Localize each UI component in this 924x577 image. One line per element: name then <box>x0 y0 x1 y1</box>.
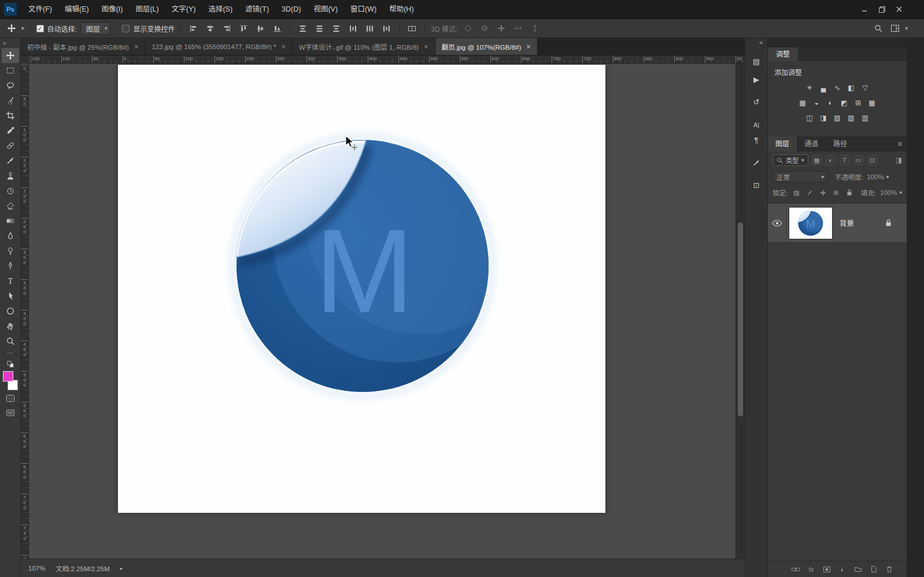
3d-orbit-button[interactable] <box>461 21 474 35</box>
distribute-horizontal-center-button[interactable] <box>363 21 376 35</box>
eyedropper-tool[interactable] <box>2 123 19 138</box>
filter-switch-icon[interactable]: ◨ <box>896 156 902 164</box>
pen-tool[interactable] <box>2 258 19 273</box>
default-colors-icon[interactable] <box>6 360 14 368</box>
brush-tool[interactable] <box>2 153 19 168</box>
align-right-button[interactable] <box>220 21 234 35</box>
3d-roll-button[interactable] <box>478 21 491 35</box>
search-icon[interactable] <box>871 21 885 35</box>
layer-thumbnail[interactable] <box>789 208 832 239</box>
menu-file[interactable]: 文件(F) <box>22 0 58 19</box>
zoom-tool[interactable] <box>2 334 19 349</box>
eraser-tool[interactable] <box>2 198 19 213</box>
filter-type-layers-icon[interactable]: T <box>840 155 850 165</box>
ruler-origin-corner[interactable] <box>21 56 29 64</box>
vertical-scrollbar[interactable] <box>735 64 745 558</box>
path-selection-tool[interactable] <box>2 288 19 304</box>
left-ruler[interactable]: 0501001502002503003504004505005506006507… <box>21 64 29 558</box>
history-panel-icon[interactable]: ↺ <box>748 95 764 109</box>
menu-help[interactable]: 帮助(H) <box>383 0 420 19</box>
align-center-horizontal-button[interactable] <box>204 21 217 35</box>
workspace-icon[interactable] <box>888 21 901 35</box>
show-transform-checkbox[interactable]: ✓ <box>122 25 130 32</box>
link-layers-icon[interactable] <box>791 565 800 574</box>
expand-panels-icon[interactable]: « <box>759 38 767 47</box>
channels-panel-tab[interactable]: 通道 <box>797 136 826 151</box>
adjustment-color-balance-button[interactable]: ◒ <box>811 97 823 109</box>
lock-position-icon[interactable] <box>818 188 827 197</box>
adjustment-photo-filter-button[interactable]: ◩ <box>838 97 851 109</box>
adjustment-black-white-button[interactable]: ◐ <box>825 97 837 109</box>
filter-shape-layers-icon[interactable]: ▭ <box>853 155 864 165</box>
adjustment-exposure-button[interactable]: ◧ <box>845 82 858 94</box>
adjustment-invert-button[interactable]: ◫ <box>804 112 816 124</box>
distribute-right-button[interactable] <box>380 21 393 35</box>
layers-panel-tab[interactable]: 图层 <box>768 136 797 151</box>
fill-field[interactable]: 100% ▾ <box>880 189 902 196</box>
canvas-area[interactable]: M <box>29 64 735 558</box>
top-ruler[interactable]: 1501005005010015020025030035040045050055… <box>29 56 745 64</box>
filter-smart-objects-icon[interactable]: ⊡ <box>867 155 878 165</box>
menu-view[interactable]: 视图(V) <box>307 0 344 19</box>
minimize-button[interactable] <box>856 2 873 17</box>
properties-panel-icon[interactable]: ▤ <box>748 54 764 69</box>
workspace-caret[interactable]: ▾ <box>905 25 908 31</box>
quick-selection-tool[interactable] <box>2 93 19 108</box>
opacity-field[interactable]: 100% ▾ <box>867 173 889 180</box>
lasso-tool[interactable] <box>2 78 19 93</box>
adjustment-gradient-map-button[interactable]: ▨ <box>845 112 858 124</box>
spot-healing-brush-tool[interactable] <box>2 138 19 153</box>
align-center-vertical-button[interactable] <box>254 21 267 35</box>
scrollbar-thumb[interactable] <box>738 223 743 416</box>
distribute-top-button[interactable] <box>296 21 309 35</box>
auto-select-checkbox[interactable]: ✓ <box>36 25 44 32</box>
paths-panel-tab[interactable]: 路径 <box>826 136 855 151</box>
adjustment-vibrance-button[interactable]: ▽ <box>859 82 871 94</box>
document-canvas[interactable]: M <box>118 65 605 513</box>
adjustment-color-lookup-button[interactable]: ▩ <box>866 97 878 109</box>
tab-close-icon[interactable]: × <box>424 42 428 51</box>
type-tool[interactable]: T <box>2 273 19 288</box>
document-tab-3[interactable]: W字体设计-.gif @ 110% (图层 1, RGB/8) × <box>293 38 435 55</box>
adjustment-channel-mixer-button[interactable]: ⊞ <box>852 97 864 109</box>
auto-select-target-dropdown[interactable]: 图层 ▾ <box>80 22 111 35</box>
align-left-button[interactable] <box>187 21 200 35</box>
menu-type[interactable]: 文字(Y) <box>165 0 202 19</box>
menu-3d[interactable]: 3D(D) <box>275 0 307 19</box>
tool-preset[interactable] <box>5 21 18 35</box>
rectangular-marquee-tool[interactable] <box>2 63 19 78</box>
new-adjustment-layer-icon[interactable]: ◐ <box>838 565 847 574</box>
align-bottom-button[interactable] <box>271 21 284 35</box>
zoom-level-field[interactable]: 107% <box>28 565 45 572</box>
document-tab-2[interactable]: 123.jpg @ 165% (3550901477, RGB/8#) * × <box>146 38 293 55</box>
adjustment-levels-button[interactable]: ▄ <box>818 82 830 94</box>
blur-tool[interactable] <box>2 228 19 243</box>
add-layer-mask-icon[interactable] <box>822 565 831 574</box>
crop-tool[interactable] <box>2 108 19 123</box>
tab-close-icon[interactable]: × <box>526 42 531 51</box>
foreground-color-swatch[interactable] <box>3 371 13 382</box>
adjustment-curves-button[interactable]: ∿ <box>831 82 844 94</box>
menu-filter[interactable]: 滤镜(T) <box>239 0 275 19</box>
gradient-tool[interactable] <box>2 213 19 228</box>
auto-align-button[interactable] <box>405 21 419 35</box>
menu-window[interactable]: 窗口(W) <box>344 0 383 19</box>
layer-filter-dropdown[interactable]: 类型 ▾ <box>773 154 808 166</box>
3d-pan-button[interactable] <box>494 21 508 35</box>
layer-row-background[interactable]: 背景 <box>768 204 907 243</box>
clone-stamp-tool[interactable] <box>2 168 19 183</box>
hand-tool[interactable] <box>2 319 19 334</box>
screen-mode-button[interactable] <box>2 406 19 419</box>
close-button[interactable] <box>890 2 908 17</box>
adjustment-posterize-button[interactable]: ◨ <box>818 112 830 124</box>
new-layer-icon[interactable] <box>869 565 878 574</box>
history-brush-tool[interactable] <box>2 183 19 198</box>
info-panel-icon[interactable]: ⊡ <box>748 178 764 193</box>
delete-layer-icon[interactable] <box>885 565 894 574</box>
adjustments-panel-tab[interactable]: 调整 <box>768 47 798 61</box>
character-panel-icon[interactable]: A| <box>748 117 764 132</box>
lock-all-icon[interactable] <box>845 188 854 197</box>
distribute-bottom-button[interactable] <box>330 21 343 35</box>
edit-toolbar-icon[interactable]: ⋯ <box>7 349 13 358</box>
actions-panel-icon[interactable]: ▶ <box>748 72 764 87</box>
